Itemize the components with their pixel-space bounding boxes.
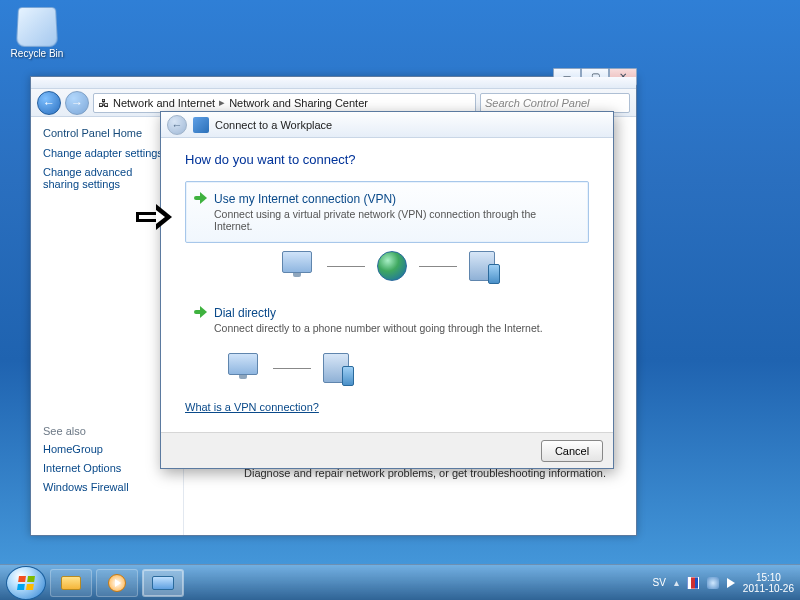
sidebar-see-also: See also (43, 425, 171, 437)
sidebar-home[interactable]: Control Panel Home (43, 127, 171, 139)
desktop-icon-label: Recycle Bin (8, 48, 66, 59)
server-icon (469, 251, 495, 281)
language-indicator[interactable]: SV (653, 577, 666, 588)
server-icon (323, 353, 349, 383)
wizard-title: Connect to a Workplace (215, 119, 332, 131)
breadcrumb-icon: 🖧 (98, 97, 109, 109)
back-button[interactable]: ← (37, 91, 61, 115)
computer-icon (225, 353, 261, 383)
wizard-footer: Cancel (161, 432, 613, 468)
wizard-heading: How do you want to connect? (185, 152, 589, 167)
media-player-icon (108, 574, 126, 592)
clock[interactable]: 15:10 2011-10-26 (743, 572, 794, 594)
breadcrumb-part[interactable]: Network and Internet (113, 97, 215, 109)
option-vpn[interactable]: Use my Internet connection (VPN) Connect… (185, 181, 589, 243)
taskbar-media-player[interactable] (96, 569, 138, 597)
computer-icon (279, 251, 315, 281)
breadcrumb-part[interactable]: Network and Sharing Center (229, 97, 368, 109)
option-dial-title: Dial directly (214, 306, 576, 320)
system-tray: SV ▴ 15:10 2011-10-26 (653, 572, 795, 594)
cancel-button[interactable]: Cancel (541, 440, 603, 462)
desktop-icon-recycle-bin[interactable]: Recycle Bin (8, 6, 66, 59)
dial-diagram (185, 353, 589, 383)
wizard-titlebar[interactable]: ← Connect to a Workplace (161, 112, 613, 138)
control-panel-icon (152, 576, 174, 590)
folder-icon (61, 576, 81, 590)
arrow-right-icon (194, 306, 208, 320)
forward-button[interactable]: → (65, 91, 89, 115)
option-dial-desc: Connect directly to a phone number witho… (214, 322, 576, 334)
sidebar-link-advanced[interactable]: Change advanced sharing settings (43, 166, 171, 190)
wizard-body: How do you want to connect? Use my Inter… (161, 138, 613, 425)
arrow-right-icon (194, 192, 208, 206)
search-input[interactable]: Search Control Panel (480, 93, 630, 113)
sidebar-link-adapter[interactable]: Change adapter settings (43, 147, 171, 159)
start-button[interactable] (6, 566, 46, 600)
taskbar-control-panel[interactable] (142, 569, 184, 597)
connect-workplace-wizard: ─ ▢ ✕ ← Connect to a Workplace How do yo… (160, 111, 614, 469)
clock-time: 15:10 (743, 572, 794, 583)
window-titlebar[interactable] (31, 77, 636, 89)
network-icon[interactable] (707, 577, 719, 589)
sidebar-link-inetopt[interactable]: Internet Options (43, 462, 171, 474)
taskbar-explorer[interactable] (50, 569, 92, 597)
wizard-back-button[interactable]: ← (167, 115, 187, 135)
sidebar-link-firewall[interactable]: Windows Firewall (43, 481, 171, 493)
taskbar: SV ▴ 15:10 2011-10-26 (0, 564, 800, 600)
sidebar-link-homegroup[interactable]: HomeGroup (43, 443, 171, 455)
clock-date: 2011-10-26 (743, 583, 794, 594)
breadcrumb[interactable]: 🖧 Network and Internet ▸ Network and Sha… (93, 93, 476, 113)
option-vpn-desc: Connect using a virtual private network … (214, 208, 576, 232)
chevron-right-icon: ▸ (219, 96, 225, 109)
connection-line (327, 266, 365, 267)
connection-line (273, 368, 311, 369)
action-center-icon[interactable] (687, 577, 699, 589)
option-vpn-title: Use my Internet connection (VPN) (214, 192, 576, 206)
option-dial[interactable]: Dial directly Connect directly to a phon… (185, 295, 589, 345)
volume-icon[interactable] (727, 578, 735, 588)
workplace-icon (193, 117, 209, 133)
vpn-diagram (185, 251, 589, 281)
annotation-arrow (136, 206, 176, 230)
tray-chevron-icon[interactable]: ▴ (674, 577, 679, 588)
recycle-bin-icon (16, 7, 58, 47)
connection-line (419, 266, 457, 267)
help-link-vpn[interactable]: What is a VPN connection? (185, 401, 319, 413)
globe-icon (377, 251, 407, 281)
